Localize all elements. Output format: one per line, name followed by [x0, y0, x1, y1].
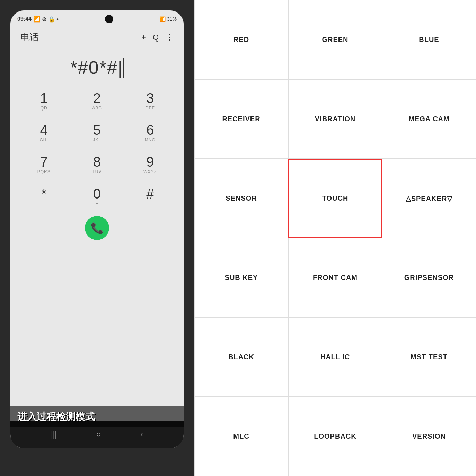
dial-key-#[interactable]: # [124, 180, 177, 212]
dial-sub-7: PQRS [37, 169, 51, 174]
dial-num-0: 0 [93, 187, 101, 201]
menu-cell-gripsensor[interactable]: GRIPSENSOR [382, 238, 476, 317]
time-display: 09:44 [17, 16, 32, 22]
menu-cell-loopback[interactable]: LOOPBACK [288, 397, 382, 476]
menu-cell-receiver[interactable]: RECEIVER [194, 79, 288, 159]
dial-key-7[interactable]: 7 PQRS [17, 149, 70, 180]
dial-num-5: 5 [93, 123, 101, 137]
dialer-actions[interactable]: + Q ⋮ [141, 33, 173, 42]
battery-text: 31% [167, 16, 177, 22]
keypad-grid: 1 QD 2 ABC 3 DEF 4 GHI 5 JKL 6 MNO 7 PQR… [10, 85, 184, 212]
dial-num-2: 2 [93, 91, 101, 105]
menu-cell-black[interactable]: BLACK [194, 317, 288, 397]
wifi-icon: 📶 [160, 16, 166, 22]
dial-num-#: # [146, 187, 154, 201]
spacer-right [116, 216, 140, 240]
nav-back[interactable]: ‹ [141, 430, 143, 439]
dial-num-7: 7 [40, 155, 48, 169]
status-bar: 09:44 📶 ⊘ 🔒 • 📶 31% [10, 10, 184, 28]
dial-sub-8: TUV [92, 169, 102, 174]
status-time: 09:44 📶 ⊘ 🔒 • [17, 16, 59, 23]
more-button[interactable]: ⋮ [166, 33, 173, 42]
dial-num-9: 9 [146, 155, 154, 169]
dial-sub-1: QD [41, 106, 47, 111]
dial-key-5[interactable]: 5 JKL [70, 117, 123, 149]
dial-sub-5: JKL [93, 138, 101, 142]
nav-recents[interactable]: ||| [51, 430, 57, 439]
nav-home[interactable]: ○ [96, 430, 101, 439]
dial-sub-0: + [96, 201, 98, 206]
dial-key-1[interactable]: 1 QD [17, 85, 70, 117]
spacer-left [54, 216, 78, 240]
phone-screen: 09:44 📶 ⊘ 🔒 • 📶 31% 电话 + Q ⋮ [10, 10, 184, 448]
add-button[interactable]: + [141, 33, 146, 42]
dial-key-3[interactable]: 3 DEF [124, 85, 177, 117]
dial-num-3: 3 [146, 91, 154, 105]
diagnostic-menu: REDGREENBLUERECEIVERVIBRATIONMEGA CAMSEN… [194, 0, 476, 476]
dial-sub-3: DEF [146, 106, 155, 111]
dial-key-6[interactable]: 6 MNO [124, 117, 177, 149]
dial-sub-9: WXYZ [143, 169, 157, 174]
dial-num-4: 4 [40, 123, 48, 137]
dial-key-4[interactable]: 4 GHI [17, 117, 70, 149]
menu-cell-green[interactable]: GREEN [288, 0, 382, 79]
subtitle-text: 进入过程检测模式 [17, 411, 95, 422]
dial-sub-6: MNO [145, 138, 156, 142]
menu-cell-sensor[interactable]: SENSOR [194, 159, 288, 238]
dialer-input: *#0*#| [10, 47, 184, 81]
call-button[interactable]: 📞 [85, 216, 109, 240]
menu-cell-version[interactable]: VERSION [382, 397, 476, 476]
phone-frame: 09:44 📶 ⊘ 🔒 • 📶 31% 电话 + Q ⋮ [0, 0, 194, 476]
dialer-title: 电话 [21, 31, 39, 43]
dial-key-2[interactable]: 2 ABC [70, 85, 123, 117]
phone-display: 09:44 📶 ⊘ 🔒 • 📶 31% 电话 + Q ⋮ [0, 0, 194, 476]
search-button[interactable]: Q [153, 33, 159, 42]
dial-num-1: 1 [40, 91, 48, 105]
dial-sub-2: ABC [92, 106, 102, 111]
subtitle-overlay: 进入过程检测模式 [10, 406, 184, 427]
menu-cell-vibration[interactable]: VIBRATION [288, 79, 382, 159]
menu-cell-front-cam[interactable]: FRONT CAM [288, 238, 382, 317]
menu-cell-speaker[interactable]: △SPEAKER▽ [382, 159, 476, 238]
menu-cell-touch[interactable]: TOUCH [288, 159, 382, 238]
dial-num-8: 8 [93, 155, 101, 169]
menu-cell-mst-test[interactable]: MST TEST [382, 317, 476, 397]
dialer-call-row: 📞 [10, 212, 184, 244]
menu-cell-blue[interactable]: BLUE [382, 0, 476, 79]
dial-key-9[interactable]: 9 WXYZ [124, 149, 177, 180]
signal-icons: 📶 ⊘ 🔒 • [34, 16, 59, 23]
dial-key-*[interactable]: * [17, 180, 70, 212]
menu-cell-sub-key[interactable]: SUB KEY [194, 238, 288, 317]
dial-sub-4: GHI [39, 138, 48, 142]
menu-cell-hall-ic[interactable]: HALL IC [288, 317, 382, 397]
front-camera [105, 15, 113, 23]
menu-cell-red[interactable]: RED [194, 0, 288, 79]
input-value: *#0*# [70, 58, 118, 78]
dial-num-*: * [41, 187, 47, 201]
dial-key-8[interactable]: 8 TUV [70, 149, 123, 180]
dial-num-6: 6 [146, 123, 154, 137]
menu-cell-mlc[interactable]: MLC [194, 397, 288, 476]
dial-key-0[interactable]: 0 + [70, 180, 123, 212]
menu-cell-mega-cam[interactable]: MEGA CAM [382, 79, 476, 159]
dialer-header: 电话 + Q ⋮ [10, 28, 184, 47]
status-right: 📶 31% [160, 16, 177, 22]
